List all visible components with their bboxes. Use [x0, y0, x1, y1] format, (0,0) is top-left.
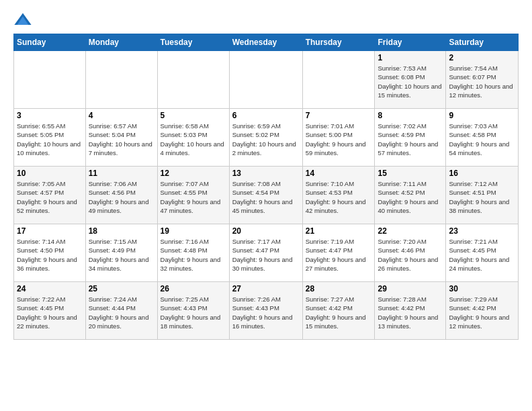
day-info: Sunrise: 7:28 AM Sunset: 4:42 PM Dayligh… — [378, 295, 443, 330]
day-number: 23 — [449, 226, 515, 236]
calendar-week-row: 10Sunrise: 7:05 AM Sunset: 4:57 PM Dayli… — [14, 167, 519, 224]
day-number: 9 — [449, 111, 515, 120]
day-info: Sunrise: 7:15 AM Sunset: 4:49 PM Dayligh… — [89, 237, 154, 273]
page: SundayMondayTuesdayWednesdayThursdayFrid… — [0, 0, 532, 411]
day-number: 10 — [17, 169, 83, 178]
calendar-cell: 26Sunrise: 7:25 AM Sunset: 4:43 PM Dayli… — [157, 282, 229, 340]
day-info: Sunrise: 7:06 AM Sunset: 4:56 PM Dayligh… — [89, 179, 154, 215]
calendar-cell — [229, 51, 302, 109]
calendar-cell: 15Sunrise: 7:11 AM Sunset: 4:52 PM Dayli… — [375, 167, 446, 224]
day-number: 18 — [89, 226, 154, 236]
calendar-week-row: 3Sunrise: 6:55 AM Sunset: 5:05 PM Daylig… — [14, 109, 519, 167]
day-number: 21 — [306, 226, 372, 236]
calendar-cell: 13Sunrise: 7:08 AM Sunset: 4:54 PM Dayli… — [229, 167, 302, 224]
day-info: Sunrise: 6:57 AM Sunset: 5:04 PM Dayligh… — [89, 122, 154, 157]
day-info: Sunrise: 7:11 AM Sunset: 4:52 PM Dayligh… — [378, 179, 443, 215]
day-number: 24 — [17, 284, 83, 293]
day-number: 17 — [17, 226, 83, 236]
calendar-cell: 14Sunrise: 7:10 AM Sunset: 4:53 PM Dayli… — [302, 167, 375, 224]
day-info: Sunrise: 7:19 AM Sunset: 4:47 PM Dayligh… — [306, 237, 372, 273]
day-number: 13 — [232, 169, 300, 178]
day-number: 22 — [378, 226, 443, 236]
day-number: 12 — [161, 169, 226, 178]
day-info: Sunrise: 7:07 AM Sunset: 4:55 PM Dayligh… — [161, 179, 226, 215]
calendar-cell: 29Sunrise: 7:28 AM Sunset: 4:42 PM Dayli… — [375, 282, 446, 340]
calendar-cell: 7Sunrise: 7:01 AM Sunset: 5:00 PM Daylig… — [302, 109, 375, 167]
calendar-cell: 16Sunrise: 7:12 AM Sunset: 4:51 PM Dayli… — [446, 167, 519, 224]
calendar-week-row: 17Sunrise: 7:14 AM Sunset: 4:50 PM Dayli… — [14, 224, 519, 282]
calendar-cell: 12Sunrise: 7:07 AM Sunset: 4:55 PM Dayli… — [157, 167, 229, 224]
weekday-header: Tuesday — [157, 34, 229, 51]
calendar-cell: 30Sunrise: 7:29 AM Sunset: 4:42 PM Dayli… — [446, 282, 519, 340]
calendar-cell: 28Sunrise: 7:27 AM Sunset: 4:42 PM Dayli… — [302, 282, 375, 340]
calendar-cell: 18Sunrise: 7:15 AM Sunset: 4:49 PM Dayli… — [85, 224, 157, 282]
calendar-cell: 22Sunrise: 7:20 AM Sunset: 4:46 PM Dayli… — [375, 224, 446, 282]
calendar-cell: 27Sunrise: 7:26 AM Sunset: 4:43 PM Dayli… — [229, 282, 302, 340]
day-info: Sunrise: 7:22 AM Sunset: 4:45 PM Dayligh… — [17, 295, 83, 330]
day-info: Sunrise: 7:03 AM Sunset: 4:58 PM Dayligh… — [449, 122, 515, 157]
day-info: Sunrise: 7:53 AM Sunset: 6:08 PM Dayligh… — [378, 64, 443, 99]
logo-icon — [13, 11, 32, 30]
calendar-week-row: 1Sunrise: 7:53 AM Sunset: 6:08 PM Daylig… — [14, 51, 519, 109]
day-info: Sunrise: 6:58 AM Sunset: 5:03 PM Dayligh… — [161, 122, 226, 157]
day-number: 7 — [306, 111, 372, 120]
calendar-cell: 10Sunrise: 7:05 AM Sunset: 4:57 PM Dayli… — [14, 167, 86, 224]
weekday-header: Sunday — [14, 34, 86, 51]
weekday-header: Thursday — [302, 34, 375, 51]
day-number: 19 — [161, 226, 226, 236]
calendar-cell — [14, 51, 86, 109]
day-number: 4 — [89, 111, 154, 120]
calendar-cell: 8Sunrise: 7:02 AM Sunset: 4:59 PM Daylig… — [375, 109, 446, 167]
weekday-header: Monday — [85, 34, 157, 51]
calendar-cell: 23Sunrise: 7:21 AM Sunset: 4:45 PM Dayli… — [446, 224, 519, 282]
day-info: Sunrise: 6:59 AM Sunset: 5:02 PM Dayligh… — [232, 122, 300, 157]
day-info: Sunrise: 7:26 AM Sunset: 4:43 PM Dayligh… — [232, 295, 300, 330]
calendar-cell: 25Sunrise: 7:24 AM Sunset: 4:44 PM Dayli… — [85, 282, 157, 340]
day-number: 30 — [449, 284, 515, 293]
day-info: Sunrise: 7:12 AM Sunset: 4:51 PM Dayligh… — [449, 179, 515, 215]
calendar-cell: 6Sunrise: 6:59 AM Sunset: 5:02 PM Daylig… — [229, 109, 302, 167]
day-number: 8 — [378, 111, 443, 120]
weekday-header: Friday — [375, 34, 446, 51]
day-info: Sunrise: 7:16 AM Sunset: 4:48 PM Dayligh… — [161, 237, 226, 273]
logo — [13, 11, 35, 30]
day-number: 27 — [232, 284, 300, 293]
calendar-cell — [157, 51, 229, 109]
calendar-cell — [85, 51, 157, 109]
calendar-cell: 3Sunrise: 6:55 AM Sunset: 5:05 PM Daylig… — [14, 109, 86, 167]
day-number: 26 — [161, 284, 226, 293]
calendar-cell: 9Sunrise: 7:03 AM Sunset: 4:58 PM Daylig… — [446, 109, 519, 167]
day-number: 14 — [306, 169, 372, 178]
day-info: Sunrise: 7:14 AM Sunset: 4:50 PM Dayligh… — [17, 237, 83, 273]
calendar-cell: 2Sunrise: 7:54 AM Sunset: 6:07 PM Daylig… — [446, 51, 519, 109]
day-number: 2 — [449, 53, 515, 62]
calendar-cell: 21Sunrise: 7:19 AM Sunset: 4:47 PM Dayli… — [302, 224, 375, 282]
weekday-header: Saturday — [446, 34, 519, 51]
day-number: 20 — [232, 226, 300, 236]
day-info: Sunrise: 7:29 AM Sunset: 4:42 PM Dayligh… — [449, 295, 515, 330]
day-number: 16 — [449, 169, 515, 178]
day-number: 28 — [306, 284, 372, 293]
day-info: Sunrise: 7:21 AM Sunset: 4:45 PM Dayligh… — [449, 237, 515, 273]
day-number: 1 — [378, 53, 443, 62]
calendar-cell: 1Sunrise: 7:53 AM Sunset: 6:08 PM Daylig… — [375, 51, 446, 109]
day-number: 25 — [89, 284, 154, 293]
calendar-cell: 4Sunrise: 6:57 AM Sunset: 5:04 PM Daylig… — [85, 109, 157, 167]
day-info: Sunrise: 6:55 AM Sunset: 5:05 PM Dayligh… — [17, 122, 83, 157]
day-number: 11 — [89, 169, 154, 178]
day-info: Sunrise: 7:02 AM Sunset: 4:59 PM Dayligh… — [378, 122, 443, 157]
calendar-cell: 5Sunrise: 6:58 AM Sunset: 5:03 PM Daylig… — [157, 109, 229, 167]
day-info: Sunrise: 7:25 AM Sunset: 4:43 PM Dayligh… — [161, 295, 226, 330]
day-info: Sunrise: 7:17 AM Sunset: 4:47 PM Dayligh… — [232, 237, 300, 273]
calendar-cell: 20Sunrise: 7:17 AM Sunset: 4:47 PM Dayli… — [229, 224, 302, 282]
header — [13, 11, 519, 30]
day-info: Sunrise: 7:20 AM Sunset: 4:46 PM Dayligh… — [378, 237, 443, 273]
calendar-week-row: 24Sunrise: 7:22 AM Sunset: 4:45 PM Dayli… — [14, 282, 519, 340]
day-info: Sunrise: 7:54 AM Sunset: 6:07 PM Dayligh… — [449, 64, 515, 99]
day-info: Sunrise: 7:08 AM Sunset: 4:54 PM Dayligh… — [232, 179, 300, 215]
day-info: Sunrise: 7:05 AM Sunset: 4:57 PM Dayligh… — [17, 179, 83, 215]
day-number: 15 — [378, 169, 443, 178]
calendar-cell — [302, 51, 375, 109]
calendar-header-row: SundayMondayTuesdayWednesdayThursdayFrid… — [14, 34, 519, 51]
calendar-cell: 19Sunrise: 7:16 AM Sunset: 4:48 PM Dayli… — [157, 224, 229, 282]
